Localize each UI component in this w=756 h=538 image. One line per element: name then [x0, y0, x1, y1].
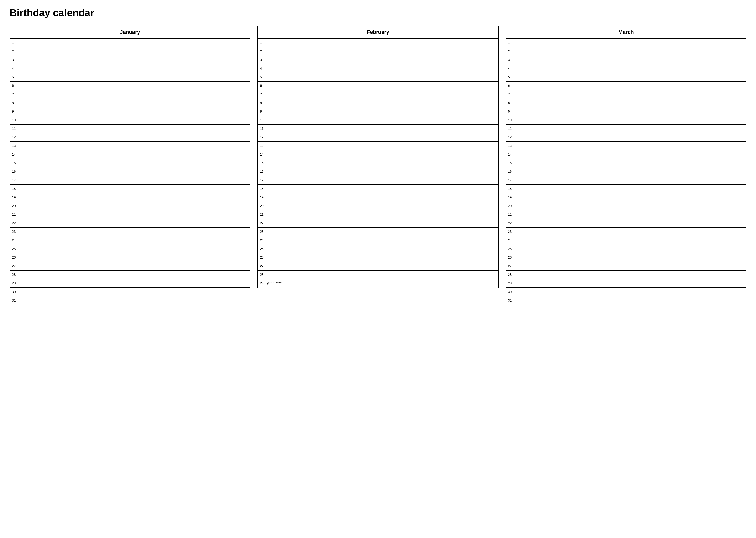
day-row: 16 — [10, 168, 250, 176]
day-number: 31 — [506, 297, 515, 304]
day-number: 24 — [506, 237, 515, 244]
day-number: 18 — [10, 186, 19, 192]
day-row: 10 — [10, 116, 250, 125]
day-number: 21 — [258, 211, 267, 218]
day-row: 24 — [258, 236, 498, 245]
day-row: 29 — [506, 279, 746, 288]
day-row: 23 — [10, 228, 250, 236]
day-number: 8 — [506, 100, 515, 106]
day-number: 3 — [10, 57, 19, 64]
day-row: 26 — [506, 253, 746, 262]
day-number: 10 — [10, 117, 19, 124]
day-number: 15 — [258, 160, 267, 167]
day-row: 30 — [10, 288, 250, 296]
day-row: 2 — [258, 47, 498, 56]
day-number: 5 — [10, 74, 19, 81]
day-row: 1 — [10, 39, 250, 47]
day-row: 6 — [506, 81, 746, 90]
day-row: 27 — [258, 262, 498, 271]
day-row: 7 — [506, 90, 746, 99]
day-row: 18 — [258, 185, 498, 193]
day-row: 15 — [10, 159, 250, 168]
day-row: 9 — [10, 107, 250, 116]
day-row: 13 — [506, 142, 746, 150]
day-row: 5 — [258, 73, 498, 81]
day-number: 19 — [506, 194, 515, 201]
day-row: 14 — [10, 150, 250, 159]
day-row: 17 — [258, 176, 498, 185]
day-row: 19 — [10, 193, 250, 202]
day-number: 15 — [506, 160, 515, 167]
day-row: 20 — [258, 202, 498, 210]
day-row: 4 — [506, 64, 746, 73]
day-number: 12 — [10, 134, 19, 141]
day-row: 9 — [506, 107, 746, 116]
day-row: 28 — [258, 271, 498, 279]
day-row: 2 — [10, 47, 250, 56]
day-number: 13 — [10, 143, 19, 149]
day-number: 3 — [506, 57, 515, 64]
day-row: 12 — [258, 133, 498, 142]
day-number: 23 — [506, 229, 515, 235]
month-header-march: March — [506, 26, 746, 39]
day-number: 29 — [506, 280, 515, 287]
day-number: 28 — [10, 272, 19, 278]
day-number: 25 — [10, 246, 19, 252]
day-row: 22 — [506, 219, 746, 228]
day-row: 24 — [10, 236, 250, 245]
day-number: 28 — [258, 272, 267, 278]
day-number: 21 — [506, 211, 515, 218]
day-row: 25 — [506, 245, 746, 253]
day-number: 1 — [506, 40, 515, 46]
day-row: 4 — [258, 64, 498, 73]
day-number: 16 — [506, 168, 515, 175]
day-number: 27 — [258, 263, 267, 270]
day-row: 29(2016, 2020) — [258, 279, 498, 288]
day-row: 28 — [10, 271, 250, 279]
day-row: 22 — [258, 219, 498, 228]
day-row: 2 — [506, 47, 746, 56]
calendar-february: February12345678910111213141516171819202… — [257, 26, 498, 288]
day-row: 20 — [506, 202, 746, 210]
day-number: 20 — [258, 203, 267, 209]
day-number: 18 — [258, 186, 267, 192]
day-number: 7 — [506, 91, 515, 98]
day-row: 16 — [506, 168, 746, 176]
day-number: 30 — [506, 289, 515, 296]
day-row: 27 — [506, 262, 746, 271]
day-row: 16 — [258, 168, 498, 176]
day-number: 23 — [10, 229, 19, 235]
day-number: 19 — [258, 194, 267, 201]
day-row: 21 — [506, 210, 746, 219]
day-row: 1 — [258, 39, 498, 47]
day-number: 11 — [258, 126, 267, 132]
day-row: 8 — [506, 99, 746, 107]
day-number: 14 — [258, 151, 267, 158]
day-row: 8 — [10, 99, 250, 107]
day-number: 1 — [258, 40, 267, 46]
day-number: 10 — [506, 117, 515, 124]
day-row: 17 — [506, 176, 746, 185]
day-number: 28 — [506, 272, 515, 278]
day-row: 25 — [10, 245, 250, 253]
day-row: 5 — [10, 73, 250, 81]
day-number: 29 — [10, 280, 19, 287]
day-row: 5 — [506, 73, 746, 81]
calendars-container: January123456789101112131415161718192021… — [10, 26, 746, 305]
day-row: 21 — [258, 210, 498, 219]
day-number: 18 — [506, 186, 515, 192]
day-number: 13 — [506, 143, 515, 149]
day-row: 3 — [506, 56, 746, 64]
day-number: 26 — [10, 254, 19, 261]
day-number: 24 — [258, 237, 267, 244]
day-row: 4 — [10, 64, 250, 73]
calendar-january: January123456789101112131415161718192021… — [10, 26, 250, 305]
day-row: 24 — [506, 236, 746, 245]
day-row: 14 — [258, 150, 498, 159]
day-row: 10 — [258, 116, 498, 125]
day-row: 13 — [10, 142, 250, 150]
day-number: 30 — [10, 289, 19, 296]
day-number: 2 — [258, 48, 267, 55]
day-row: 31 — [10, 296, 250, 305]
day-number: 5 — [258, 74, 267, 81]
